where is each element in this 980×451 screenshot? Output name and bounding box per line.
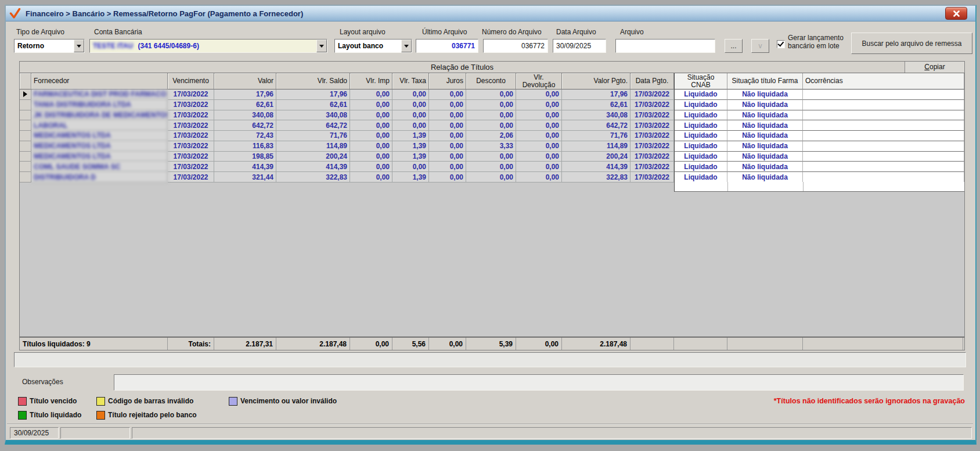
numero-arquivo-field[interactable]: 036772: [483, 39, 548, 53]
cell-juros: 0,00: [429, 172, 466, 182]
cell-pgto: 340,08: [562, 110, 630, 121]
table-row[interactable]: MEDICAMENTOS LTDA17/03/2022116,83114,890…: [20, 141, 964, 152]
cell-taxa: 0,00: [392, 100, 429, 110]
cell-vencimento: 17/03/2022: [168, 162, 214, 172]
legend-swatch-icon: [229, 397, 237, 406]
check-icon: [777, 40, 784, 47]
legend-label: Vencimento ou valor inválido: [240, 397, 337, 405]
cell-desconto: 0,00: [466, 162, 516, 172]
cell-indicator: [20, 120, 31, 131]
cell-cnab: Liquidado: [674, 100, 727, 110]
cell-fornecedor: LABORAL: [31, 120, 168, 131]
column-header-vencimento[interactable]: Vencimento: [168, 73, 214, 90]
conta-bancaria-dropdown-icon[interactable]: [316, 40, 327, 52]
conta-bancaria-redacted: TESTE ITAU: [93, 42, 133, 50]
cell-valor: 198,85: [214, 152, 276, 162]
totals-pgto: 2.187,48: [562, 338, 630, 350]
cell-desconto: 0,00: [466, 110, 516, 121]
cell-vencimento: 17/03/2022: [168, 110, 214, 121]
conta-bancaria-select[interactable]: TESTE ITAU (341 6445/04689-6): [89, 39, 327, 53]
cell-desconto: 0,00: [466, 100, 516, 110]
totals-data-pgto: [630, 338, 674, 350]
cell-fornecedor: MEDICAMENTOS LTDA: [31, 131, 168, 141]
totals-ocorrencias: [803, 338, 963, 350]
cell-valor: 414,39: [214, 162, 276, 172]
grid-totals-row: Títulos liquidados: 9Totais:2.187,312.18…: [20, 337, 964, 350]
titlebar: Financeiro > Bancário > Remessa/Retorno …: [6, 6, 975, 22]
cell-pgto: 322,83: [562, 172, 630, 182]
cell-devolucao: 0,00: [516, 90, 562, 100]
column-header-farma[interactable]: Situação título Farma: [727, 73, 803, 90]
legend-swatch-icon: [96, 397, 105, 406]
cell-data_pgto: 17/03/2022: [630, 131, 674, 141]
browse-file-button[interactable]: ...: [725, 39, 743, 53]
column-header-ocorrencias[interactable]: Ocorrências: [803, 73, 964, 90]
cell-juros: 0,00: [429, 131, 466, 141]
column-header-juros[interactable]: Juros: [429, 73, 466, 90]
cell-fornecedor: DISTRIBUIDORA D: [31, 172, 168, 182]
table-row[interactable]: JK DISTRIBUIDORA DE MEDICAMENTOS17/03/20…: [20, 110, 964, 121]
close-icon: [953, 10, 960, 17]
cell-valor: 321,44: [214, 172, 276, 182]
legend-swatch-icon: [18, 411, 27, 420]
tipo-arquivo-label: Tipo de Arquivo: [16, 28, 64, 36]
totals-devolucao: 0,00: [516, 338, 562, 350]
totals-farma: [727, 338, 803, 350]
cell-taxa: 1,39: [392, 131, 429, 141]
cell-devolucao: 0,00: [516, 110, 562, 121]
cell-saldo: 414,39: [276, 162, 350, 172]
gerar-lancamento-line2: bancário em lote: [788, 42, 844, 50]
screen: Financeiro > Bancário > Remessa/Retorno …: [0, 0, 980, 451]
column-header-data_pgto[interactable]: Data Pgto.: [630, 73, 674, 90]
data-arquivo-field[interactable]: 30/09/2025: [553, 39, 606, 53]
table-row[interactable]: TANIA DISTRIBUIDORA LTDA17/03/202262,616…: [20, 100, 964, 110]
column-header-devolucao[interactable]: Vlr. Devolução: [516, 73, 562, 90]
table-row[interactable]: MEDICAMENTOS LTDA17/03/2022198,85200,240…: [20, 152, 964, 162]
cell-juros: 0,00: [429, 162, 466, 172]
table-row[interactable]: FARMACEUTICA DIST PROD FARMACO17/03/2022…: [20, 90, 964, 100]
cell-vencimento: 17/03/2022: [168, 100, 214, 110]
cell-farma: Não liquidada: [727, 141, 803, 152]
cell-valor: 17,96: [214, 90, 276, 100]
table-row[interactable]: MEDICAMENTOS LTDA17/03/202272,4371,760,0…: [20, 131, 964, 141]
cell-imp: 0,00: [350, 152, 392, 162]
cell-farma: Não liquidada: [727, 152, 803, 162]
table-row[interactable]: LABORAL17/03/2022642,72642,720,000,000,0…: [20, 120, 964, 131]
cell-ocorrencias: [803, 110, 964, 121]
layout-arquivo-select[interactable]: Layout banco: [334, 39, 412, 53]
observacoes-input[interactable]: [114, 374, 964, 391]
table-row[interactable]: DISTRIBUIDORA D17/03/2022321,44322,830,0…: [20, 172, 964, 182]
column-header-pgto[interactable]: Valor Pgto.: [562, 73, 630, 90]
layout-arquivo-dropdown-icon[interactable]: [401, 40, 412, 52]
copiar-button[interactable]: Copiar: [905, 62, 964, 73]
arquivo-field[interactable]: [615, 39, 715, 53]
column-header-valor[interactable]: Valor: [214, 73, 276, 90]
cell-fornecedor: MEDICAMENTOS LTDA: [31, 152, 168, 162]
cell-ocorrencias: [803, 100, 964, 110]
cell-vencimento: 17/03/2022: [168, 120, 214, 131]
column-header-saldo[interactable]: Vlr. Saldo: [276, 73, 350, 90]
tipo-arquivo-dropdown-icon[interactable]: [74, 40, 84, 52]
view-file-button[interactable]: v: [751, 39, 769, 53]
statusbar-panel-2: [60, 427, 130, 439]
column-header-desconto[interactable]: Desconto: [466, 73, 516, 90]
gerar-lancamento-checkbox[interactable]: [777, 40, 785, 48]
cell-valor: 642,72: [214, 120, 276, 131]
grid-band: Relação de Títulos Copiar: [20, 62, 964, 73]
column-header-taxa[interactable]: Vlr. Taxa: [392, 73, 429, 90]
table-row[interactable]: COML SAUDE SOMMA SC17/03/2022414,39414,3…: [20, 162, 964, 172]
close-button[interactable]: [945, 7, 967, 20]
tipo-arquivo-select[interactable]: Retorno: [14, 39, 85, 53]
column-header-fornecedor[interactable]: Fornecedor: [31, 73, 168, 90]
buscar-remessa-button[interactable]: Buscar pelo arquivo de remessa: [851, 33, 972, 54]
cell-desconto: 0,00: [466, 172, 516, 182]
cell-cnab: Liquidado: [674, 162, 727, 172]
legend-item: Título vencido: [18, 397, 96, 406]
cell-data_pgto: 17/03/2022: [630, 110, 674, 121]
legend-row-2: Título liquidadoTítulo rejeitado pelo ba…: [18, 410, 229, 420]
column-header-imp[interactable]: Vlr. Imp: [350, 73, 392, 90]
column-header-indicator[interactable]: [20, 73, 31, 90]
legend-item: Título liquidado: [18, 411, 96, 420]
column-header-cnab[interactable]: Situação CNAB: [674, 73, 727, 90]
ultimo-arquivo-field[interactable]: 036771: [416, 39, 478, 53]
